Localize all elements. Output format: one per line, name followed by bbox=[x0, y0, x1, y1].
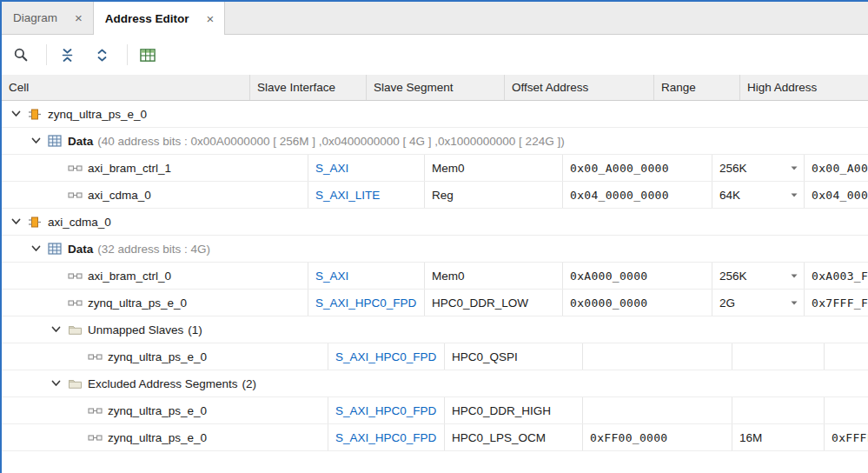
collapse-all-button[interactable] bbox=[55, 42, 84, 68]
table-row[interactable]: zynq_ultra_ps_e_0S_AXI_HPC0_FPDHPC0_DDR_… bbox=[2, 397, 868, 424]
slave-interface-link[interactable]: S_AXI_HPC0_FPD bbox=[335, 350, 436, 363]
slave-segment-cell: HPC0_DDR_HIGH bbox=[445, 397, 583, 423]
slave-segment: HPC0_QSPI bbox=[452, 350, 518, 363]
group-suffix: (2) bbox=[242, 377, 257, 390]
offset-address-cell bbox=[583, 343, 732, 370]
slave-interface-cell: S_AXI_HPC0_FPD bbox=[328, 424, 445, 450]
slave-interface-link[interactable]: S_AXI bbox=[315, 270, 348, 283]
slave-segment-cell: HPC0_LPS_OCM bbox=[445, 424, 583, 450]
column-header-slave-segment[interactable]: Slave Segment bbox=[367, 75, 505, 100]
slave-segment: Mem0 bbox=[432, 270, 465, 283]
table-row[interactable]: Data(32 address bits : 4G) bbox=[2, 236, 868, 263]
close-icon[interactable]: × bbox=[205, 12, 216, 25]
address-map-icon bbox=[47, 135, 63, 147]
high-address-cell: 0x04_0000_FFFF bbox=[805, 182, 868, 208]
offset-address: 0xA000_0000 bbox=[570, 270, 647, 283]
slave-segment-cell: Mem0 bbox=[425, 155, 563, 181]
slave-interface-cell: S_AXI_HPC0_FPD bbox=[328, 343, 445, 370]
chevron-down-icon[interactable] bbox=[29, 137, 43, 144]
cell-name-cell: zynq_ultra_ps_e_0 bbox=[2, 397, 328, 423]
high-address: 0x04_0000_FFFF bbox=[812, 189, 868, 202]
tab-label: Diagram bbox=[13, 11, 57, 24]
group-row-cell: Data(40 address bits : 0x00A0000000 [ 25… bbox=[2, 128, 868, 154]
range-cell[interactable]: 64K bbox=[712, 182, 805, 208]
chevron-down-icon[interactable] bbox=[9, 110, 23, 117]
table-row[interactable]: axi_bram_ctrl_0S_AXIMem00xA000_0000256K0… bbox=[2, 263, 868, 290]
tab-diagram[interactable]: Diagram × bbox=[2, 2, 94, 34]
high-address: 0x00_A003_FFFF bbox=[812, 162, 868, 175]
dropdown-arrow-icon[interactable] bbox=[791, 301, 798, 305]
table-row[interactable]: zynq_ultra_ps_e_0S_AXI_HPC0_FPDHPC0_LPS_… bbox=[2, 424, 868, 451]
group-suffix: (1) bbox=[188, 323, 202, 336]
table-row[interactable]: axi_cdma_0S_AXI_LITEReg0x04_0000_000064K… bbox=[2, 182, 868, 209]
close-icon[interactable]: × bbox=[73, 11, 84, 24]
range-value: 2G bbox=[719, 296, 735, 310]
table-row[interactable]: Unmapped Slaves(1) bbox=[2, 316, 868, 343]
slave-interface-link[interactable]: S_AXI_HPC0_FPD bbox=[315, 296, 416, 310]
range-cell[interactable]: 16M bbox=[732, 424, 825, 450]
cell-name: zynq_ultra_ps_e_0 bbox=[108, 404, 207, 417]
search-button[interactable] bbox=[9, 42, 38, 68]
slave-segment: Mem0 bbox=[432, 162, 465, 175]
chevron-down-icon[interactable] bbox=[9, 218, 23, 225]
tab-address-editor[interactable]: Address Editor × bbox=[94, 2, 226, 35]
offset-address-cell[interactable]: 0x0000_0000 bbox=[563, 290, 712, 316]
table-row[interactable]: axi_cdma_0 bbox=[2, 209, 868, 236]
ip-cell-icon bbox=[27, 108, 43, 121]
offset-address-cell[interactable]: 0x00_A000_0000 bbox=[563, 155, 712, 181]
high-address-cell: 0xA003_FFFF bbox=[805, 263, 868, 289]
toolbar-separator bbox=[46, 44, 47, 65]
slave-segment: HPC0_LPS_OCM bbox=[452, 431, 546, 444]
group-label: zynq_ultra_ps_e_0 bbox=[48, 108, 147, 121]
column-header-high-address[interactable]: High Address bbox=[740, 75, 868, 100]
expand-all-icon bbox=[94, 48, 109, 63]
dropdown-arrow-icon[interactable] bbox=[791, 166, 798, 170]
cell-name: axi_bram_ctrl_0 bbox=[88, 270, 171, 283]
table-row[interactable]: axi_bram_ctrl_1S_AXIMem00x00_A000_000025… bbox=[2, 155, 868, 182]
dropdown-arrow-icon[interactable] bbox=[791, 274, 798, 278]
chevron-down-icon[interactable] bbox=[49, 326, 63, 333]
column-header-slave-interface[interactable]: Slave Interface bbox=[250, 75, 367, 100]
dropdown-arrow-icon[interactable] bbox=[791, 193, 798, 197]
chevron-down-icon[interactable] bbox=[49, 380, 63, 387]
column-header-range[interactable]: Range bbox=[654, 75, 740, 100]
offset-address-cell[interactable]: 0xA000_0000 bbox=[563, 263, 712, 289]
slave-segment: Reg bbox=[432, 189, 454, 202]
range-cell[interactable]: 2G bbox=[712, 290, 805, 316]
offset-address-cell[interactable]: 0x04_0000_0000 bbox=[563, 182, 712, 208]
slave-interface-cell: S_AXI bbox=[308, 263, 425, 289]
group-label: Excluded Address Segments bbox=[88, 377, 238, 390]
cell-name: axi_bram_ctrl_1 bbox=[88, 162, 171, 175]
table-row[interactable]: zynq_ultra_ps_e_0S_AXI_HPC0_FPDHPC0_QSPI bbox=[2, 343, 868, 370]
slave-interface-link[interactable]: S_AXI_HPC0_FPD bbox=[335, 404, 436, 417]
bus-interface-icon bbox=[67, 298, 83, 308]
table-row[interactable]: Excluded Address Segments(2) bbox=[2, 370, 868, 397]
range-value: 64K bbox=[719, 189, 740, 202]
range-cell[interactable]: 256K bbox=[712, 155, 805, 181]
table-row[interactable]: zynq_ultra_ps_e_0 bbox=[2, 101, 868, 128]
slave-interface-link[interactable]: S_AXI_HPC0_FPD bbox=[335, 431, 436, 444]
range-cell[interactable]: 256K bbox=[712, 263, 805, 289]
table-row[interactable]: Data(40 address bits : 0x00A0000000 [ 25… bbox=[2, 128, 868, 155]
column-header-cell[interactable]: Cell bbox=[2, 75, 250, 100]
chevron-down-icon[interactable] bbox=[29, 245, 43, 252]
tab-bar-filler bbox=[225, 2, 868, 34]
offset-address-cell bbox=[583, 397, 732, 423]
cell-name-cell: axi_bram_ctrl_1 bbox=[2, 155, 308, 181]
cell-name: zynq_ultra_ps_e_0 bbox=[88, 296, 187, 310]
slave-segment-cell: Mem0 bbox=[425, 263, 563, 289]
slave-interface-link[interactable]: S_AXI bbox=[315, 162, 348, 175]
folder-icon bbox=[67, 377, 83, 390]
high-address-cell: 0x7FFF_FFFF bbox=[805, 290, 868, 316]
table-header: Cell Slave Interface Slave Segment Offse… bbox=[2, 75, 868, 101]
assign-all-button[interactable] bbox=[136, 42, 165, 68]
slave-interface-link[interactable]: S_AXI_LITE bbox=[315, 189, 380, 202]
assign-all-icon bbox=[140, 48, 156, 63]
expand-all-button[interactable] bbox=[89, 42, 119, 68]
offset-address-cell[interactable]: 0xFF00_0000 bbox=[583, 424, 732, 450]
table-row[interactable]: zynq_ultra_ps_e_0S_AXI_HPC0_FPDHPC0_DDR_… bbox=[2, 290, 868, 316]
slave-interface-cell: S_AXI bbox=[308, 155, 425, 181]
slave-segment: HPC0_DDR_HIGH bbox=[452, 404, 551, 417]
bus-interface-icon bbox=[67, 271, 83, 281]
column-header-offset-address[interactable]: Offset Address bbox=[505, 75, 654, 100]
